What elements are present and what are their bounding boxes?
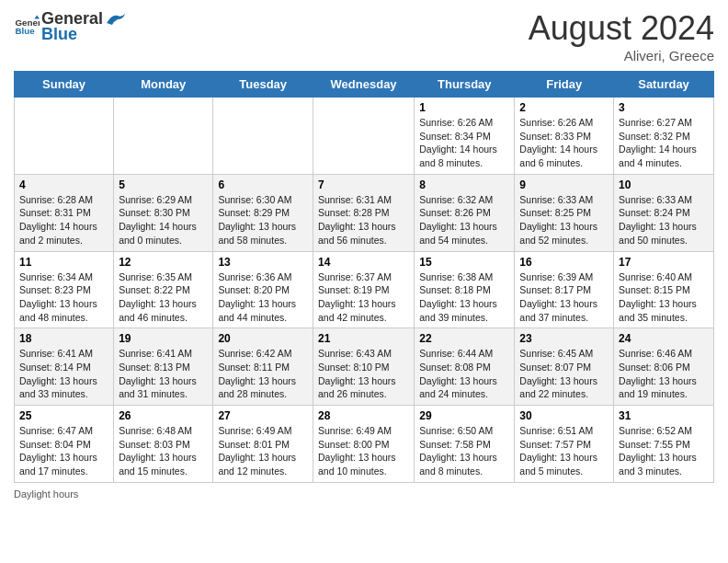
day-number: 5 — [119, 178, 208, 191]
calendar-cell: 12 Sunrise: 6:35 AMSunset: 8:22 PMDaylig… — [114, 251, 213, 328]
day-number: 11 — [19, 256, 108, 269]
subtitle: Aliveri, Greece — [529, 48, 714, 63]
main-title: August 2024 — [529, 9, 714, 48]
day-number: 1 — [419, 101, 509, 114]
calendar-header-friday: Friday — [515, 72, 614, 98]
logo-bird-icon — [105, 12, 125, 27]
calendar-cell: 7 Sunrise: 6:31 AMSunset: 8:28 PMDayligh… — [313, 174, 414, 251]
calendar-week-row: 11 Sunrise: 6:34 AMSunset: 8:23 PMDaylig… — [15, 251, 714, 328]
day-number: 6 — [218, 178, 308, 191]
calendar-cell: 8 Sunrise: 6:32 AMSunset: 8:26 PMDayligh… — [415, 174, 515, 251]
day-number: 7 — [318, 178, 409, 191]
day-info: Sunrise: 6:51 AMSunset: 7:57 PMDaylight:… — [519, 425, 597, 477]
day-info: Sunrise: 6:42 AMSunset: 8:11 PMDaylight:… — [218, 348, 296, 399]
calendar-cell: 22 Sunrise: 6:44 AMSunset: 8:08 PMDaylig… — [415, 328, 515, 406]
day-info: Sunrise: 6:37 AMSunset: 8:19 PMDaylight:… — [318, 271, 396, 323]
day-number: 18 — [19, 332, 108, 345]
svg-text:Blue: Blue — [15, 26, 35, 36]
day-number: 8 — [419, 178, 509, 191]
calendar-cell: 3 Sunrise: 6:27 AMSunset: 8:32 PMDayligh… — [614, 98, 714, 175]
daylight-label: Daylight hours — [14, 488, 78, 500]
footer: Daylight hours — [14, 488, 714, 500]
calendar-header-thursday: Thursday — [415, 72, 515, 98]
calendar-cell: 5 Sunrise: 6:29 AMSunset: 8:30 PMDayligh… — [114, 174, 213, 251]
day-info: Sunrise: 6:38 AMSunset: 8:18 PMDaylight:… — [419, 271, 497, 323]
day-number: 27 — [218, 409, 308, 422]
day-info: Sunrise: 6:35 AMSunset: 8:22 PMDaylight:… — [119, 271, 197, 323]
day-info: Sunrise: 6:39 AMSunset: 8:17 PMDaylight:… — [519, 271, 597, 323]
day-info: Sunrise: 6:41 AMSunset: 8:14 PMDaylight:… — [19, 348, 97, 399]
day-info: Sunrise: 6:49 AMSunset: 8:01 PMDaylight:… — [218, 425, 296, 477]
calendar-cell: 4 Sunrise: 6:28 AMSunset: 8:31 PMDayligh… — [15, 174, 114, 251]
day-number: 22 — [419, 332, 509, 345]
day-info: Sunrise: 6:43 AMSunset: 8:10 PMDaylight:… — [318, 348, 396, 399]
calendar-cell: 1 Sunrise: 6:26 AMSunset: 8:34 PMDayligh… — [415, 98, 515, 175]
calendar-header-tuesday: Tuesday — [213, 72, 313, 98]
day-number: 19 — [119, 332, 208, 345]
calendar-cell: 25 Sunrise: 6:47 AMSunset: 8:04 PMDaylig… — [15, 406, 114, 483]
day-info: Sunrise: 6:28 AMSunset: 8:31 PMDaylight:… — [19, 194, 97, 246]
day-info: Sunrise: 6:27 AMSunset: 8:32 PMDaylight:… — [619, 117, 697, 168]
calendar-week-row: 1 Sunrise: 6:26 AMSunset: 8:34 PMDayligh… — [15, 98, 714, 175]
calendar-week-row: 18 Sunrise: 6:41 AMSunset: 8:14 PMDaylig… — [15, 328, 714, 406]
calendar-week-row: 4 Sunrise: 6:28 AMSunset: 8:31 PMDayligh… — [15, 174, 714, 251]
calendar-cell — [114, 98, 213, 175]
day-number: 3 — [619, 101, 709, 114]
day-info: Sunrise: 6:46 AMSunset: 8:06 PMDaylight:… — [619, 348, 697, 399]
day-number: 21 — [318, 332, 409, 345]
calendar-cell: 18 Sunrise: 6:41 AMSunset: 8:14 PMDaylig… — [15, 328, 114, 406]
day-info: Sunrise: 6:26 AMSunset: 8:33 PMDaylight:… — [519, 117, 597, 168]
day-info: Sunrise: 6:32 AMSunset: 8:26 PMDaylight:… — [419, 194, 497, 246]
calendar-cell — [213, 98, 313, 175]
calendar-cell: 19 Sunrise: 6:41 AMSunset: 8:13 PMDaylig… — [114, 328, 213, 406]
day-info: Sunrise: 6:26 AMSunset: 8:34 PMDaylight:… — [419, 117, 497, 168]
logo-icon: General Blue — [14, 14, 40, 40]
day-number: 10 — [619, 178, 709, 191]
calendar-cell: 20 Sunrise: 6:42 AMSunset: 8:11 PMDaylig… — [213, 328, 313, 406]
day-info: Sunrise: 6:52 AMSunset: 7:55 PMDaylight:… — [619, 425, 697, 477]
day-info: Sunrise: 6:33 AMSunset: 8:24 PMDaylight:… — [619, 194, 697, 246]
calendar-cell: 13 Sunrise: 6:36 AMSunset: 8:20 PMDaylig… — [213, 251, 313, 328]
day-number: 23 — [519, 332, 609, 345]
calendar-cell: 24 Sunrise: 6:46 AMSunset: 8:06 PMDaylig… — [614, 328, 714, 406]
calendar-table: SundayMondayTuesdayWednesdayThursdayFrid… — [14, 71, 714, 483]
calendar-cell: 23 Sunrise: 6:45 AMSunset: 8:07 PMDaylig… — [515, 328, 614, 406]
day-number: 24 — [619, 332, 709, 345]
day-info: Sunrise: 6:29 AMSunset: 8:30 PMDaylight:… — [119, 194, 197, 246]
day-number: 25 — [19, 409, 108, 422]
day-info: Sunrise: 6:33 AMSunset: 8:25 PMDaylight:… — [519, 194, 597, 246]
calendar-cell: 27 Sunrise: 6:49 AMSunset: 8:01 PMDaylig… — [213, 406, 313, 483]
calendar-cell: 15 Sunrise: 6:38 AMSunset: 8:18 PMDaylig… — [415, 251, 515, 328]
day-number: 17 — [619, 256, 709, 269]
calendar-cell: 9 Sunrise: 6:33 AMSunset: 8:25 PMDayligh… — [515, 174, 614, 251]
day-info: Sunrise: 6:40 AMSunset: 8:15 PMDaylight:… — [619, 271, 697, 323]
calendar-cell: 10 Sunrise: 6:33 AMSunset: 8:24 PMDaylig… — [614, 174, 714, 251]
calendar-cell: 14 Sunrise: 6:37 AMSunset: 8:19 PMDaylig… — [313, 251, 414, 328]
calendar-header-sunday: Sunday — [15, 72, 114, 98]
day-number: 29 — [419, 409, 509, 422]
calendar-cell: 31 Sunrise: 6:52 AMSunset: 7:55 PMDaylig… — [614, 406, 714, 483]
day-number: 13 — [218, 256, 308, 269]
day-number: 9 — [519, 178, 609, 191]
day-info: Sunrise: 6:36 AMSunset: 8:20 PMDaylight:… — [218, 271, 296, 323]
calendar-cell — [15, 98, 114, 175]
day-info: Sunrise: 6:49 AMSunset: 8:00 PMDaylight:… — [318, 425, 396, 477]
calendar-cell: 17 Sunrise: 6:40 AMSunset: 8:15 PMDaylig… — [614, 251, 714, 328]
day-number: 31 — [619, 409, 709, 422]
calendar-cell: 16 Sunrise: 6:39 AMSunset: 8:17 PMDaylig… — [515, 251, 614, 328]
title-block: August 2024 Aliveri, Greece — [529, 9, 714, 63]
day-info: Sunrise: 6:45 AMSunset: 8:07 PMDaylight:… — [519, 348, 597, 399]
day-info: Sunrise: 6:48 AMSunset: 8:03 PMDaylight:… — [119, 425, 197, 477]
day-number: 12 — [119, 256, 208, 269]
calendar-cell: 29 Sunrise: 6:50 AMSunset: 7:58 PMDaylig… — [415, 406, 515, 483]
calendar-cell: 30 Sunrise: 6:51 AMSunset: 7:57 PMDaylig… — [515, 406, 614, 483]
day-number: 14 — [318, 256, 409, 269]
calendar-cell: 21 Sunrise: 6:43 AMSunset: 8:10 PMDaylig… — [313, 328, 414, 406]
day-number: 30 — [519, 409, 609, 422]
day-info: Sunrise: 6:50 AMSunset: 7:58 PMDaylight:… — [419, 425, 497, 477]
page-header: General Blue General Blue August 2024 Al… — [14, 9, 714, 63]
day-number: 16 — [519, 256, 609, 269]
day-info: Sunrise: 6:34 AMSunset: 8:23 PMDaylight:… — [19, 271, 97, 323]
calendar-header-row: SundayMondayTuesdayWednesdayThursdayFrid… — [15, 72, 714, 98]
calendar-cell: 28 Sunrise: 6:49 AMSunset: 8:00 PMDaylig… — [313, 406, 414, 483]
